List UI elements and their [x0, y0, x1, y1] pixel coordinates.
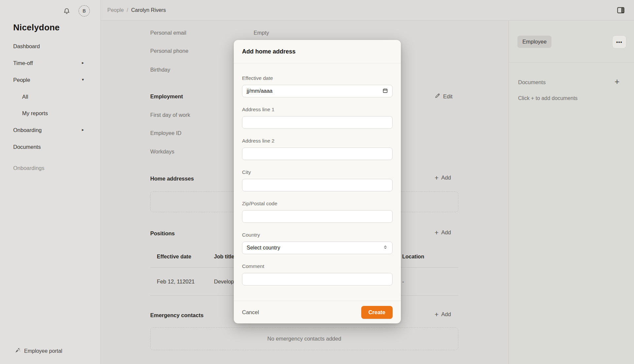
bell-icon[interactable] [63, 7, 71, 15]
calendar-icon[interactable] [382, 88, 388, 95]
position-row-date[interactable]: Feb 12, 112021 [157, 279, 194, 285]
plus-icon: + [435, 230, 439, 235]
comment-label: Comment [242, 263, 393, 269]
col-location: Location [402, 254, 424, 260]
col-effective-date: Effective date [157, 254, 191, 260]
edit-employment-button[interactable]: Edit [435, 93, 452, 100]
comment-input[interactable] [242, 273, 393, 285]
add-document-button[interactable]: + [615, 77, 619, 87]
position-row-location[interactable]: - [402, 279, 404, 285]
sidebar: B Nicelydone Dashboard Time-off ▸ People… [0, 0, 101, 364]
app-root: B Nicelydone Dashboard Time-off ▸ People… [0, 0, 634, 364]
birthday-label: Birthday [150, 67, 170, 73]
country-field: Country Select country [242, 232, 393, 254]
sidebar-item-label: My reports [22, 110, 48, 116]
app-logo[interactable]: Nicelydone [13, 22, 60, 33]
zip-postal-code-input[interactable] [242, 210, 393, 223]
breadcrumb-separator: / [127, 7, 128, 13]
topbar: People / Carolyn Rivers [101, 0, 634, 20]
emergency-contacts-heading: Emergency contacts [150, 312, 203, 318]
city-input[interactable] [242, 179, 393, 191]
plus-icon: + [435, 175, 439, 181]
divider [509, 62, 634, 62]
breadcrumb-current: Carolyn Rivers [131, 7, 166, 13]
sidebar-item-people[interactable]: People ▾ [13, 77, 89, 83]
plus-icon: + [435, 312, 439, 317]
chevron-down-icon: ▾ [82, 77, 84, 82]
select-chevrons-icon [383, 245, 388, 251]
sidebar-item-label: All [22, 94, 28, 100]
modal-body: Effective date jj/mm/aaaa Address line 1 [234, 63, 401, 285]
employee-portal-link[interactable]: Employee portal [15, 347, 62, 355]
employee-status-badge[interactable]: Employee [517, 36, 551, 48]
comment-field: Comment [242, 263, 393, 285]
address-line-1-input[interactable] [242, 116, 393, 129]
create-button[interactable]: Create [361, 306, 393, 319]
sidebar-item-people-all[interactable]: All [22, 94, 28, 100]
address-line-2-field: Address line 2 [242, 138, 393, 160]
country-select[interactable]: Select country [242, 242, 393, 254]
country-label: Country [242, 232, 393, 238]
workdays-label: Workdays [150, 149, 174, 155]
party-popper-icon [15, 347, 21, 355]
add-home-address-button[interactable]: + Add [435, 175, 451, 181]
home-addresses-heading: Home addresses [150, 176, 194, 182]
modal-title: Add home address [242, 48, 296, 55]
employment-heading: Employment [150, 93, 183, 100]
col-job-title: Job title [214, 254, 234, 260]
zip-postal-code-field: Zip/Postal code [242, 201, 393, 223]
sidebar-item-documents[interactable]: Documents [13, 144, 41, 150]
city-field: City [242, 169, 393, 191]
employee-portal-label: Employee portal [24, 348, 62, 354]
documents-section-title: Documents [518, 79, 546, 85]
sidebar-item-label: Onboarding [13, 127, 42, 133]
positions-heading: Positions [150, 230, 175, 237]
edit-label: Edit [443, 93, 452, 100]
sidebar-item-my-reports[interactable]: My reports [22, 110, 48, 116]
panel-toggle-icon[interactable] [616, 6, 625, 15]
sidebar-item-label: People [13, 77, 30, 83]
effective-date-input[interactable]: jj/mm/aaaa [242, 85, 393, 97]
personal-phone-label: Personal phone [150, 48, 189, 54]
breadcrumb: People / Carolyn Rivers [107, 0, 166, 20]
chevron-right-icon: ▸ [82, 127, 84, 132]
avatar-initial: B [83, 8, 86, 14]
effective-date-label: Effective date [242, 75, 393, 81]
zip-postal-code-label: Zip/Postal code [242, 201, 393, 207]
pencil-icon [435, 93, 440, 100]
documents-hint: Click + to add documents [518, 95, 578, 101]
add-label: Add [441, 311, 451, 317]
ellipsis-icon: ••• [616, 39, 622, 45]
address-line-1-label: Address line 1 [242, 107, 393, 113]
modal-footer: Cancel Create [234, 301, 401, 323]
sidebar-item-label: Time-off [13, 60, 33, 66]
city-label: City [242, 169, 393, 175]
add-emergency-contact-button[interactable]: + Add [435, 311, 451, 317]
avatar[interactable]: B [79, 5, 90, 17]
right-panel: Employee ••• Documents + Click + to add … [509, 20, 634, 364]
country-placeholder: Select country [247, 245, 280, 251]
sidebar-item-onboarding[interactable]: Onboarding ▸ [13, 127, 89, 133]
add-position-button[interactable]: + Add [435, 229, 451, 236]
ellipsis-menu-button[interactable]: ••• [612, 35, 626, 49]
breadcrumb-people-link[interactable]: People [107, 7, 124, 13]
emergency-contacts-empty-text: No emergency contacts added [151, 328, 458, 350]
address-line-1-field: Address line 1 [242, 107, 393, 129]
effective-date-field: Effective date jj/mm/aaaa [242, 75, 393, 97]
chevron-right-icon: ▸ [82, 60, 84, 65]
sidebar-item-time-off[interactable]: Time-off ▸ [13, 60, 89, 66]
add-label: Add [441, 229, 451, 236]
add-label: Add [441, 175, 451, 181]
personal-email-label: Personal email [150, 30, 186, 36]
sidebar-item-dashboard[interactable]: Dashboard [13, 43, 40, 50]
add-home-address-modal: Add home address Effective date jj/mm/aa… [234, 40, 401, 323]
personal-email-value[interactable]: Empty [254, 30, 269, 36]
cancel-button[interactable]: Cancel [242, 309, 259, 315]
date-placeholder: jj/mm/aaaa [247, 88, 272, 94]
sidebar-section-onboardings[interactable]: Onboardings [13, 165, 44, 171]
address-line-2-input[interactable] [242, 148, 393, 160]
emergency-contacts-empty-box: No emergency contacts added [150, 327, 458, 350]
employee-id-label: Employee ID [150, 130, 181, 136]
address-line-2-label: Address line 2 [242, 138, 393, 144]
sidebar-item-label: Documents [13, 144, 41, 150]
